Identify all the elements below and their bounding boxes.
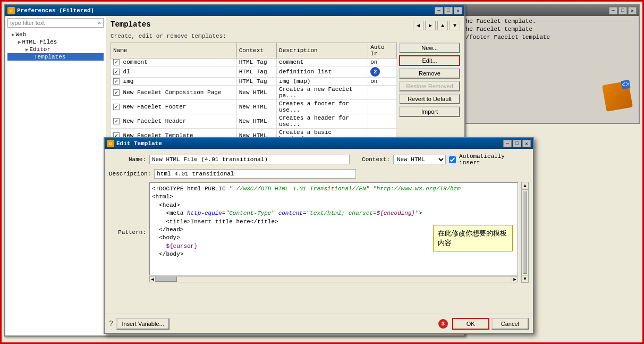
help-icon-dialog[interactable]: ? <box>109 320 113 328</box>
pat-line-5: <title>Insert title here</title> <box>152 219 278 225</box>
tree-item-editor[interactable]: ▶ Editor <box>7 46 104 53</box>
edit-min-btn[interactable]: ─ <box>503 140 512 147</box>
bg-max-btn[interactable]: □ <box>618 7 627 14</box>
html-file-icon: <> <box>602 81 633 112</box>
edit-dialog-title: Edit Template <box>116 140 162 147</box>
pat-line-2: <html> <box>152 194 173 200</box>
check-img[interactable]: ✓ <box>113 78 120 85</box>
tree-item-web[interactable]: ▶ Web <box>7 31 104 38</box>
check-comment[interactable]: ✓ <box>113 59 120 65</box>
prefs-min-btn[interactable]: ─ <box>435 7 443 14</box>
description-input[interactable] <box>154 169 356 179</box>
restore-removed-button[interactable]: Restore Removed <box>399 81 460 91</box>
panel-title: Templates <box>111 20 151 29</box>
table-head: Name Context Description Auto Ir <box>111 43 397 58</box>
tree-item-htmlfiles[interactable]: ▶ HTML Files <box>7 38 104 46</box>
check-dl[interactable]: ✓ <box>113 69 120 75</box>
table-row[interactable]: ✓ New Facelet Header New HTML Creates a … <box>111 114 397 129</box>
cell-desc-nff: Creates a footer for use... <box>277 100 368 114</box>
check-nff[interactable]: ✓ <box>113 104 120 110</box>
pattern-row: Pattern: <!DOCTYPE html PUBLIC "-//W3C//… <box>109 182 529 283</box>
bg-min-btn[interactable]: ─ <box>609 7 617 14</box>
tree-expand-web: ▶ <box>12 32 14 38</box>
pat-line-1: <!DOCTYPE html PUBLIC "-//W3C//DTD HTML … <box>152 186 461 192</box>
nav-back-btn[interactable]: ◀ <box>413 21 423 30</box>
edit-dialog-body: Name: Context: New HTML Automatically in… <box>105 149 533 290</box>
bg-titlebar-btns: ─ □ ✕ <box>609 7 637 14</box>
auto-insert-checkbox[interactable] <box>449 156 456 163</box>
new-button[interactable]: New... <box>399 43 460 53</box>
badge-2: 2 <box>370 67 380 77</box>
insert-variable-button[interactable]: Insert Variable... <box>116 318 169 330</box>
cancel-button[interactable]: Cancel <box>492 318 529 330</box>
callout-text: 在此修改你想要的模板内容 <box>438 229 507 247</box>
col-context: Context <box>236 43 276 58</box>
check-nfcp[interactable]: ✓ <box>113 89 120 96</box>
h-scrollbar[interactable]: ◀ ▶ <box>149 276 518 282</box>
hscroll-right[interactable]: ▶ <box>512 276 518 282</box>
prefs-icon: ⚙ <box>7 7 15 14</box>
hscroll-left[interactable]: ◀ <box>149 276 156 282</box>
cell-desc-comment: comment <box>277 58 368 66</box>
tree-container: ▶ Web ▶ HTML Files ▶ Editor Templates <box>7 31 104 61</box>
filter-input-container[interactable]: ✕ <box>7 18 104 28</box>
tree-expand-html: ▶ <box>18 39 21 45</box>
cell-ctx-img: HTML Tag <box>236 78 276 86</box>
table-row[interactable]: ✓ img HTML Tag img (map) on <box>111 78 397 86</box>
table-row[interactable]: ✓ dl HTML Tag definition list 2 <box>111 66 397 78</box>
pat-line-4: <meta http-equiv="Content-Type" content=… <box>152 210 422 216</box>
hscroll-thumb[interactable] <box>156 276 177 282</box>
name-input[interactable] <box>149 155 350 164</box>
nav-forward-btn[interactable]: ▶ <box>425 21 436 30</box>
callout-tooltip: 在此修改你想要的模板内容 <box>433 225 513 251</box>
cell-ctx-nff: New HTML <box>236 100 276 114</box>
tree-item-templates[interactable]: Templates <box>7 53 104 61</box>
name-label: Name: <box>109 156 146 163</box>
prefs-close-btn[interactable]: ✕ <box>454 7 462 14</box>
vscroll-thumb[interactable] <box>523 191 527 274</box>
edit-max-btn[interactable]: □ <box>513 140 521 147</box>
table-row[interactable]: ✓ New Facelet Footer New HTML Creates a … <box>111 100 397 114</box>
prefs-titlebar: ⚙ Preferences (Filtered) ─ □ ✕ <box>5 5 464 16</box>
prefs-title: Preferences (Filtered) <box>17 7 94 14</box>
filter-input[interactable] <box>10 20 84 26</box>
context-select[interactable]: New HTML <box>393 155 446 164</box>
edit-button[interactable]: Edit... <box>399 55 460 66</box>
pat-line-7: <body> <box>152 234 180 241</box>
import-button[interactable]: Import <box>399 106 460 117</box>
v-scrollbar[interactable]: ▲ ▼ <box>521 182 529 283</box>
ok-cancel-area: 3 OK Cancel <box>438 318 529 330</box>
table-row[interactable]: ✓ New Facelet Composition Page New HTML … <box>111 86 397 100</box>
nav-dropdown-btn[interactable]: ▼ <box>450 21 460 30</box>
revert-to-default-button[interactable]: Revert to Default <box>399 94 460 104</box>
pattern-label: Pattern: <box>109 229 146 236</box>
cell-desc-nfcp: Creates a new Facelet pa... <box>277 86 368 100</box>
col-name: Name <box>111 43 237 58</box>
cell-desc-dl: definition list <box>277 66 368 78</box>
cell-auto-nfh <box>368 114 397 129</box>
ok-button[interactable]: OK <box>452 318 489 330</box>
bg-row-1: the Facelet template. <box>462 18 637 24</box>
hscroll-track[interactable] <box>156 276 512 282</box>
edit-titlebar-left: ⚙ Edit Template <box>107 140 162 147</box>
edit-close-btn[interactable]: ✕ <box>522 140 531 147</box>
vscroll-down[interactable]: ▼ <box>522 275 528 282</box>
cell-auto-comment: on <box>368 58 397 66</box>
prefs-max-btn[interactable]: □ <box>444 7 453 14</box>
nav-up-btn[interactable]: ▲ <box>437 21 448 30</box>
cell-name-nfcp: ✓ New Facelet Composition Page <box>111 86 237 100</box>
cell-desc-nfh: Creates a header for use... <box>277 114 368 129</box>
cell-name-img: ✓ img <box>111 78 237 86</box>
filter-clear-icon[interactable]: ✕ <box>98 20 101 26</box>
vscroll-up[interactable]: ▲ <box>522 182 528 190</box>
table-row[interactable]: ✓ comment HTML Tag comment on <box>111 58 397 66</box>
cell-desc-img: img (map) <box>277 78 368 86</box>
panel-subtitle: Create, edit or remove templates: <box>111 33 460 39</box>
auto-insert-label: Automatically insert <box>459 153 529 166</box>
tree-expand-editor: ▶ <box>26 47 28 53</box>
pat-line-8: ${cursor} <box>152 243 198 249</box>
cell-name-nff: ✓ New Facelet Footer <box>111 100 237 114</box>
check-nfh[interactable]: ✓ <box>113 118 120 124</box>
remove-button[interactable]: Remove <box>399 68 460 79</box>
bg-close-btn[interactable]: ✕ <box>628 7 637 14</box>
